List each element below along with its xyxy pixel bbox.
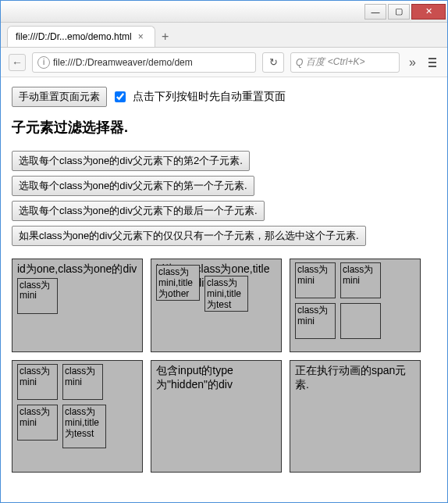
mini-box: class为mini,title为test [204,276,248,312]
mini-box: class为mini [17,405,58,441]
page-content: 手动重置页面元素 点击下列按钮时先自动重置页面 子元素过滤选择器. 选取每个cl… [1,77,447,502]
auto-reset-checkbox[interactable] [115,91,126,102]
box-five: 包含input的type为"hidden"的div [151,360,282,473]
mini-box: class为mini [17,278,58,314]
select-nth2-button[interactable]: 选取每个class为one的div父元素下的第2个子元素. [12,151,250,171]
tab-bar: file:///D:/Dr...emo/demo.html × + [1,23,447,48]
mini-box: class为mini,title为other [156,265,200,301]
back-button[interactable]: ← [9,54,26,71]
box-six: 正在执行动画的span元素. [290,360,421,473]
mini-box: class为mini [295,262,336,298]
mini-box: class为mini [17,364,58,400]
action-buttons: 选取每个class为one的div父元素下的第2个子元素. 选取每个class为… [12,151,436,246]
site-info-icon[interactable]: i [37,56,50,69]
manual-reset-button[interactable]: 手动重置页面元素 [12,87,107,107]
auto-reset-label: 点击下列按钮时先自动重置页面 [133,90,286,104]
page-title: 子元素过滤选择器. [12,118,436,137]
demo-grid: id为one,class为one的div class为mini id为two,c… [12,259,436,473]
mini-box: class为mini [340,262,381,298]
select-first-button[interactable]: 选取每个class为one的div父元素下的第一个子元素. [12,176,254,196]
box-label: 正在执行动画的span元素. [295,364,415,391]
box-label: 包含input的type为"hidden"的div [156,364,276,391]
search-icon: Q [296,57,303,68]
search-placeholder: 百度 <Ctrl+K> [306,55,364,69]
mini-box [340,303,381,339]
window-buttons: — ▢ ✕ [363,4,446,20]
new-tab-button[interactable]: + [155,27,175,47]
minimize-button[interactable]: — [364,4,386,20]
tab-close-icon[interactable]: × [138,31,144,42]
overflow-icon[interactable]: » [406,55,419,70]
box-label: id为one,class为one的div [17,262,137,276]
top-controls: 手动重置页面元素 点击下列按钮时先自动重置页面 [12,87,436,107]
select-last-button[interactable]: 选取每个class为one的div父元素下的最后一个子元素. [12,201,265,221]
maximize-button[interactable]: ▢ [388,4,410,20]
menu-icon[interactable] [425,58,439,67]
browser-window: — ▢ ✕ file:///D:/Dr...emo/demo.html × + … [0,0,448,503]
tab-title: file:///D:/Dr...emo/demo.html [16,31,132,42]
box-two: id为two,class为one,title为test的div. class为m… [151,259,282,352]
mini-box: class为mini,title为tesst [62,405,106,448]
search-bar[interactable]: Q 百度 <Ctrl+K> [290,52,400,73]
box-four: class为mini class为mini class为mini class为m… [12,360,143,473]
box-one: id为one,class为one的div class为mini [12,259,143,352]
select-only-button[interactable]: 如果class为one的div父元素下的仅仅只有一个子元素，那么选中这个子元素. [12,226,366,246]
mini-box: class为mini [62,364,103,400]
url-toolbar: ← i file:///D:/Dreamweaver/demo/dem ↻ Q … [1,48,447,77]
window-titlebar: — ▢ ✕ [1,1,447,23]
address-bar[interactable]: i file:///D:/Dreamweaver/demo/dem [32,52,256,73]
mini-box: class为mini [295,303,336,339]
browser-tab[interactable]: file:///D:/Dr...emo/demo.html × [7,26,155,47]
box-three: class为mini class为mini class为mini [290,259,421,352]
reload-button[interactable]: ↻ [262,52,284,73]
url-text: file:///D:/Dreamweaver/demo/dem [53,57,193,68]
close-button[interactable]: ✕ [411,4,446,20]
